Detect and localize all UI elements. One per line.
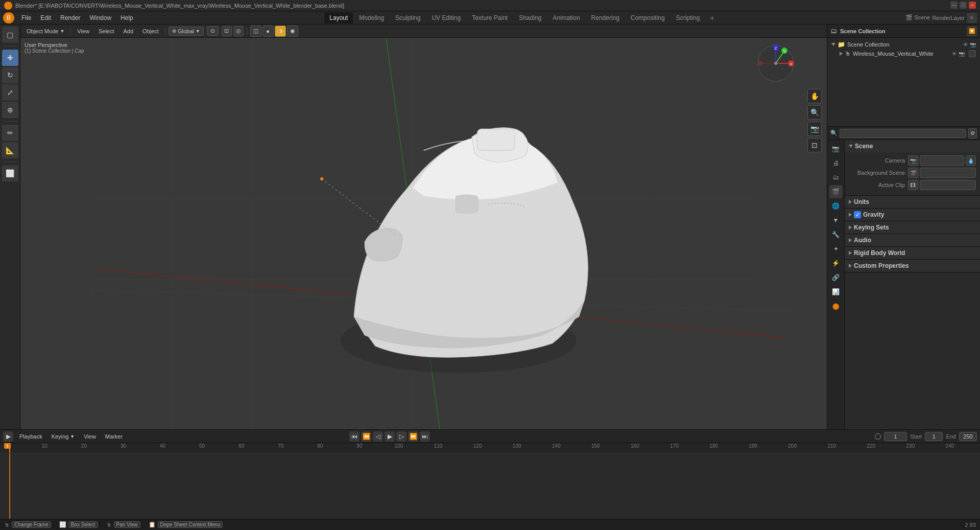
object-props-btn[interactable]: ▼ [829,214,843,227]
solid-shading[interactable]: ● [262,26,274,37]
jump-end-btn[interactable]: ⏭ [420,431,430,442]
active-clip-icon[interactable]: 🎞 [908,180,918,190]
timeline-icon[interactable]: ▶ [3,431,13,442]
prev-frame-btn[interactable]: ◁ [373,431,383,442]
zoom-view-btn[interactable]: 🔍 [807,105,822,120]
tab-animation[interactable]: Animation [547,12,585,24]
timeline-view-menu[interactable]: View [81,432,99,441]
transform-tool-btn[interactable]: ⊕ [2,102,18,118]
menu-help[interactable]: Help [116,13,137,22]
material-props-btn[interactable]: ⬤ [829,299,843,313]
proportional-edit[interactable]: ◎ [233,26,244,36]
constraints-props-btn[interactable]: 🔗 [829,271,843,284]
wireframe-shading[interactable]: ◫ [250,26,261,37]
material-shading[interactable]: ◑ [275,26,286,37]
view-layer-props-btn[interactable]: 🗂 [829,171,843,184]
camera-view-btn[interactable]: 📷 [807,122,822,136]
move-tool-btn[interactable]: ✚ [2,50,18,66]
jump-start-btn[interactable]: ⏮ [349,431,360,442]
close-button[interactable]: ✕ [969,2,976,9]
camera-value-field[interactable] [920,155,964,166]
end-frame-input[interactable] [959,432,977,441]
active-clip-field[interactable] [920,180,976,190]
menu-window[interactable]: Window [85,13,115,22]
outliner-scene-collection[interactable]: 📁 Scene Collection 👁 📷 [829,40,978,49]
rendered-shading[interactable]: ◉ [287,26,298,37]
menu-render[interactable]: Render [56,13,84,22]
viewport-select-menu[interactable]: Select [95,27,117,35]
transform-orient-dropdown[interactable]: ⊕ Global ▼ [169,27,204,36]
pan-view-btn[interactable]: ✋ [807,89,822,103]
modifier-props-btn[interactable]: 🔧 [829,228,843,241]
snap-toggle[interactable]: ⊡ [222,26,232,36]
select-tool-btn[interactable]: ▢ [2,27,18,43]
units-section-header[interactable]: Units [845,196,980,208]
camera-eyedropper-icon[interactable]: 💧 [966,155,976,166]
jump-next-btn[interactable]: ⏩ [408,431,418,442]
keying-menu[interactable]: Keying ▼ [49,432,78,441]
next-frame-btn[interactable]: ▷ [396,431,407,442]
playback-menu[interactable]: Playback [16,432,45,441]
outliner-item-mouse[interactable]: 🖱 Wireless_Mouse_Vertical_White 👁 📷 [829,49,978,58]
tab-scripting[interactable]: Scripting [671,12,705,24]
maximize-button[interactable]: □ [960,2,967,9]
rigid-body-world-header[interactable]: Rigid Body World [845,247,980,259]
timeline-track[interactable] [0,453,980,519]
custom-properties-header[interactable]: Custom Properties [845,260,980,272]
start-frame-input[interactable] [925,432,943,441]
world-props-btn[interactable]: 🌐 [829,199,843,213]
tab-texture-paint[interactable]: Texture Paint [467,12,513,24]
tab-rendering[interactable]: Rendering [586,12,625,24]
audio-section-header[interactable]: Audio [845,234,980,246]
particles-props-btn[interactable]: ✦ [829,242,843,256]
viewport-canvas[interactable]: User Perspective (1) Scene Collection | … [20,38,827,429]
scene-props-btn[interactable]: 🎬 [829,185,843,198]
camera-icon[interactable]: 📷 [908,155,918,166]
properties-options-btn[interactable]: ⚙ [968,128,977,139]
blender-icon[interactable]: B [3,12,14,24]
background-scene-field[interactable] [920,168,976,178]
tab-uv-editing[interactable]: UV Editing [426,12,466,24]
navigation-gizmo[interactable]: X Y Z [755,43,796,84]
annotate-tool-btn[interactable]: ✏ [2,125,18,141]
scale-tool-btn[interactable]: ⤢ [2,84,18,101]
menu-edit[interactable]: Edit [36,13,55,22]
add-workspace-button[interactable]: + [706,12,718,24]
outliner-filter-btn[interactable]: 🔽 [967,26,977,36]
tab-compositing[interactable]: Compositing [626,12,670,24]
gravity-checkbox[interactable]: ✓ [854,211,861,218]
outliner-item-options[interactable] [969,50,976,57]
scene-section-header[interactable]: Scene [845,140,980,152]
orthographic-view-btn[interactable]: ⊡ [807,138,822,152]
data-props-btn[interactable]: 📊 [829,285,843,298]
physics-props-btn[interactable]: ⚡ [829,257,843,270]
viewport-object-menu[interactable]: Object [139,27,162,35]
render-props-btn[interactable]: 📷 [829,142,843,155]
current-frame-input[interactable] [884,432,907,441]
rotate-tool-btn[interactable]: ↻ [2,67,18,83]
jump-prev-btn[interactable]: ⏪ [361,431,371,442]
3d-viewport[interactable]: Object Mode ▼ View Select Add Object ⊕ G… [20,25,827,429]
menu-file[interactable]: File [17,13,35,22]
viewport-view-menu[interactable]: View [74,27,92,35]
tab-layout[interactable]: Layout [324,12,353,24]
background-scene-icon[interactable]: 🎬 [908,168,918,178]
play-btn[interactable]: ▶ [385,431,395,442]
tab-modeling[interactable]: Modeling [354,12,389,24]
pivot-point-dropdown[interactable]: ⊙ [207,26,219,36]
minimize-button[interactable]: — [950,2,958,9]
viewport-add-menu[interactable]: Add [121,27,137,35]
properties-search-input[interactable] [840,129,966,138]
playhead-icon[interactable] [875,433,881,440]
tab-shading[interactable]: Shading [514,12,546,24]
marker-menu[interactable]: Marker [102,432,126,441]
object-mode-dropdown[interactable]: Object Mode ▼ [23,27,67,35]
measure-tool-btn[interactable]: 📐 [2,142,18,158]
add-tool-btn[interactable]: ⬜ [2,165,18,181]
window-controls[interactable]: — □ ✕ [950,2,976,9]
options-button[interactable]: ≡ [967,13,977,23]
keying-sets-header[interactable]: Keying Sets [845,221,980,234]
output-props-btn[interactable]: 🖨 [829,156,843,170]
gravity-section-header[interactable]: ✓ Gravity [845,209,980,221]
tab-sculpting[interactable]: Sculpting [390,12,425,24]
